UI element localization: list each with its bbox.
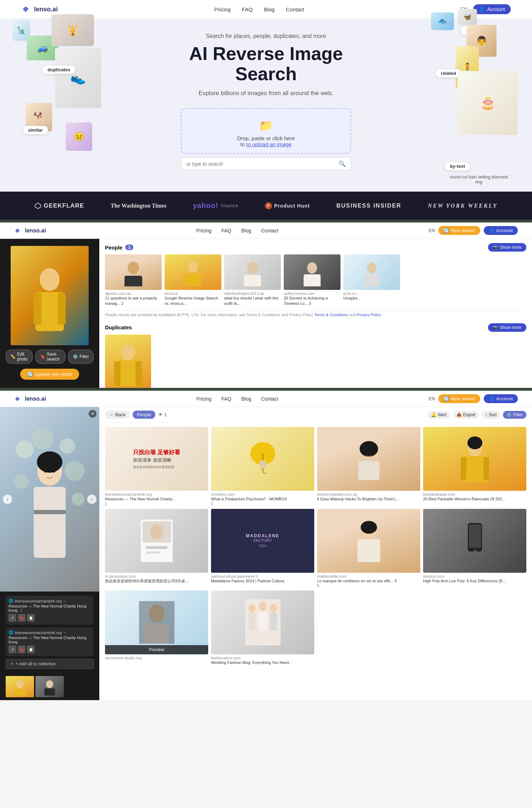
add-to-collection-button[interactable]: + + Add all to collection — [6, 659, 94, 669]
svg-point-1 — [40, 268, 60, 291]
detail-header-right: 🔔 Alert 📤 Export ↕ Sort ⚙️ Filter — [427, 411, 526, 419]
svg-rect-34 — [44, 688, 55, 696]
detail-thumb-1[interactable] — [6, 676, 34, 697]
nav-contact[interactable]: Contact — [286, 6, 304, 12]
match-open-icon-2[interactable]: ↗ — [9, 645, 16, 653]
results-lang[interactable]: EN — [428, 228, 435, 233]
sort-button[interactable]: ↕ Sort — [482, 411, 500, 419]
detail-nav-contact[interactable]: Contact — [261, 396, 278, 402]
back-button[interactable]: ← Back — [105, 411, 130, 419]
export-icon: 📤 — [456, 412, 462, 417]
people-card-5-img — [343, 254, 400, 290]
detail-account-button[interactable]: 👤 Account — [484, 394, 518, 403]
detail-thumb-2[interactable] — [35, 676, 64, 697]
detail-grid-img-5 — [105, 509, 208, 573]
detail-grid-card-10[interactable]: fashionation.com Wedding Fashion Blog: E… — [211, 590, 314, 665]
dup-card-1[interactable]: lenso.ai Lenso.ai - AI 이미지 검색 2 — [105, 335, 151, 388]
upload-new-photo-button[interactable]: 🔄 Upload new photo — [20, 369, 79, 380]
results-logo[interactable]: lenso.ai — [14, 227, 46, 235]
svg-rect-61 — [139, 601, 174, 644]
detail-grid-title-2: What is Postpartum Psychosis? - MOMBOX — [211, 496, 314, 501]
nav-faq[interactable]: FAQ — [242, 6, 253, 12]
people-card-1-title: 11 questions to ask a property manag... … — [105, 296, 162, 306]
people-card-4[interactable]: uniftycosmos.com 20 Secrets to Achieving… — [284, 254, 340, 306]
filter-button[interactable]: ⚙️ Filter — [68, 350, 94, 364]
detail-grid-card-1[interactable]: 只投白墙 足够好看 加倍清单 加倍清晰 热品发采促销价NN1美质版宣 thene… — [105, 427, 208, 506]
upload-box[interactable]: 📁 Drop, paste or click here to to upload… — [181, 108, 351, 154]
match-copy-icon-1[interactable]: 📋 — [27, 614, 35, 622]
detail-section: lenso.ai Pricing FAQ Blog Contact EN 🔄 N… — [0, 391, 532, 700]
detail-grid-card-9[interactable]: Preview oecumene-studio.org — [105, 590, 208, 665]
svg-point-22 — [65, 461, 84, 481]
dup-card-1-img — [105, 335, 151, 388]
match-save-icon-2[interactable]: 🔖 — [18, 645, 26, 653]
hero-title: AI Reverse Image Search — [189, 44, 343, 84]
svg-rect-55 — [358, 539, 380, 562]
match-save-icon-1[interactable]: 🔖 — [18, 614, 26, 622]
nav-blog[interactable]: Blog — [264, 6, 275, 12]
people-card-5[interactable]: pr2k.co... Urządze... — [343, 254, 400, 306]
svg-marker-0 — [35, 203, 41, 209]
detail-new-search-button[interactable]: 🔄 New search — [438, 394, 480, 403]
results-nav-faq[interactable]: FAQ — [221, 228, 231, 233]
match-open-icon-1[interactable]: ↗ — [9, 614, 16, 622]
terms-link[interactable]: Terms & Conditions — [314, 313, 348, 317]
detail-grid-domain-2: mombox.com — [211, 492, 314, 496]
results-nav-contact[interactable]: Contact — [261, 228, 278, 233]
detail-grid-count-2: 2 — [211, 502, 314, 506]
detail-grid-img-3 — [317, 427, 420, 491]
people-card-2[interactable]: lenso.ai Google Reverse Image Search vs.… — [165, 254, 221, 306]
detail-grid-domain-3: womensweekly.com.sg — [317, 492, 420, 496]
upload-link[interactable]: to upload an image — [246, 141, 292, 147]
detail-grid-card-8[interactable]: visulize.com High Poly And Low Poly: 6 K… — [423, 509, 526, 588]
new-search-button[interactable]: 🔄 New search — [438, 226, 480, 235]
detail-lang[interactable]: EN — [428, 396, 435, 401]
privacy-link[interactable]: Privacy Policy — [357, 313, 381, 317]
account-button[interactable]: 👤 Account — [473, 4, 511, 14]
detail-grid-card-6[interactable]: MADDALENE FACTORY 2024 padovacultura.pad… — [211, 509, 314, 588]
save-search-button[interactable]: 🔖 Save search — [35, 350, 65, 364]
edit-photo-button[interactable]: ✏️ Edit photo — [6, 350, 33, 364]
detail-nav-faq[interactable]: FAQ — [221, 396, 231, 402]
match-copy-icon-2[interactable]: 📋 — [27, 645, 35, 653]
detail-nav-pricing[interactable]: Pricing — [196, 396, 211, 402]
svg-rect-51 — [146, 546, 167, 549]
detail-grid-card-2[interactable]: mombox.com What is Postpartum Psychosis?… — [211, 427, 314, 506]
detail-grid-img-6: MADDALENE FACTORY 2024 — [211, 509, 314, 573]
detail-grid-card-7[interactable]: madmozelle.com Le manque de confiance en… — [317, 509, 420, 588]
svg-point-9 — [247, 262, 258, 274]
export-button[interactable]: 📤 Export — [453, 411, 479, 419]
svg-point-39 — [360, 441, 378, 457]
search-icon[interactable]: 🔍 — [339, 160, 346, 167]
nav-pricing[interactable]: Pricing — [214, 6, 231, 12]
detail-match-icons-1: ↗ 🔖 📋 — [9, 614, 91, 622]
alert-button[interactable]: 🔔 Alert — [427, 411, 450, 419]
detail-logo[interactable]: lenso.ai — [14, 395, 46, 403]
people-show-more-button[interactable]: 📷 Show more — [488, 243, 526, 252]
logo[interactable]: lenso.ai — [21, 4, 58, 14]
detail-grid-card-3[interactable]: womensweekly.com.sg 6 Easy Makeup Hacks … — [317, 427, 420, 506]
svg-point-65 — [259, 602, 267, 611]
search-input[interactable] — [186, 161, 339, 167]
detail-photo-next-button[interactable]: › — [87, 495, 96, 504]
svg-point-44 — [467, 436, 482, 449]
detail-grid-card-4[interactable]: bestdealradar.com 20 Best Packable Women… — [423, 427, 526, 506]
detail-filter-button[interactable]: ⚙️ Filter — [503, 411, 526, 419]
detail-nav-blog[interactable]: Blog — [241, 396, 251, 402]
detail-grid-domain-4: bestdealradar.com — [423, 492, 526, 496]
svg-point-20 — [32, 428, 53, 450]
duplicates-show-more-button[interactable]: 📷 Show more — [488, 323, 526, 332]
people-card-2-domain: lenso.ai — [165, 291, 221, 296]
results-account-button[interactable]: 👤 Account — [484, 226, 518, 235]
results-nav-blog[interactable]: Blog — [241, 228, 251, 233]
account-icon: 👤 — [479, 6, 485, 12]
svg-rect-17 — [114, 361, 121, 386]
people-card-5-domain: pr2k.co... — [343, 291, 400, 296]
people-card-1[interactable]: djjones.com.au 11 questions to ask a pro… — [105, 254, 162, 306]
upload-text: Drop, paste or click here to to upload a… — [237, 135, 295, 147]
results-nav: lenso.ai Pricing FAQ Blog Contact EN 🔄 N… — [0, 222, 532, 239]
detail-grid-card-5[interactable]: m.pinduoduo.com 热品发采促销价NN1美质版宣用款型公司8吊桌..… — [105, 509, 208, 588]
detail-photo-prev-button[interactable]: ‹ — [3, 495, 12, 504]
people-card-3[interactable]: xlfanibullerjahn2011.de what bra should … — [224, 254, 281, 306]
results-nav-pricing[interactable]: Pricing — [196, 228, 211, 233]
